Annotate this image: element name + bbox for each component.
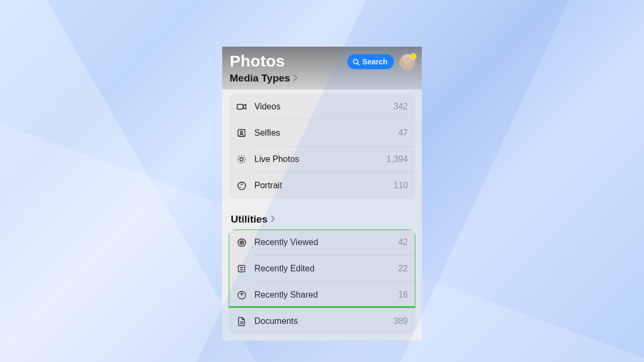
recently-edited-icon [236,264,247,273]
page-backdrop: Photos Media Types Search [0,0,644,362]
portrait-icon [236,181,247,190]
list-item-count: 110 [393,181,408,190]
svg-point-6 [238,156,245,163]
chevron-right-icon [271,215,275,224]
list-item-count: 42 [398,238,408,247]
app-header: Photos Media Types Search [222,47,422,90]
list-item-count: 1,394 [386,154,408,164]
list-item-selfies[interactable]: Selfies 47 [229,120,415,146]
svg-point-5 [240,158,243,161]
live-photos-icon [236,154,247,164]
chevron-right-icon [294,74,298,83]
list-item-live-photos[interactable]: Live Photos 1,394 [229,146,415,172]
list-item-recently-viewed[interactable]: Recently Viewed 42 [229,230,415,255]
list-item-label: Live Photos [254,154,299,164]
media-types-title: Media Types [230,72,290,84]
list-item-label: Recently Viewed [254,238,318,247]
svg-point-10 [241,242,242,243]
list-item-recently-shared[interactable]: Recently Shared 16 [229,282,415,308]
list-item-count: 342 [393,102,408,112]
utilities-heading[interactable]: Utilities [231,213,413,225]
svg-rect-11 [238,265,245,272]
profile-notification-badge [410,53,416,60]
list-item-label: Videos [254,102,281,112]
list-item-videos[interactable]: Videos 342 [229,94,415,120]
media-types-heading[interactable]: Media Types [230,72,414,84]
list-item-label: Selfies [254,128,280,138]
svg-point-7 [238,182,245,189]
list-item-recently-edited[interactable]: Recently Edited 22 [229,256,415,282]
search-icon [353,58,360,65]
list-item-label: Portrait [254,181,282,190]
video-icon [236,103,247,110]
list-item-documents[interactable]: Documents 389 [229,308,415,334]
search-button[interactable]: Search [347,54,394,69]
photos-app-screen: Photos Media Types Search [222,47,422,341]
svg-line-1 [357,63,359,64]
search-button-label: Search [362,57,387,66]
document-icon [236,317,247,326]
list-item-label: Documents [254,316,298,326]
recently-viewed-icon [236,238,247,247]
list-item-count: 47 [398,128,408,138]
list-item-count: 16 [398,290,408,300]
selfie-icon [236,129,247,137]
svg-point-4 [240,131,243,134]
list-item-count: 389 [393,316,408,326]
svg-rect-2 [237,105,243,109]
utilities-list: Recently Viewed 42 Recently Edited 22 [229,230,415,334]
list-item-label: Recently Edited [254,264,314,274]
list-item-portrait[interactable]: Portrait 110 [229,173,415,198]
media-types-list: Videos 342 Selfies 47 [229,94,415,198]
recently-shared-icon [236,291,247,300]
list-item-label: Recently Shared [254,290,318,300]
list-item-count: 22 [398,264,408,274]
utilities-title: Utilities [231,213,268,225]
